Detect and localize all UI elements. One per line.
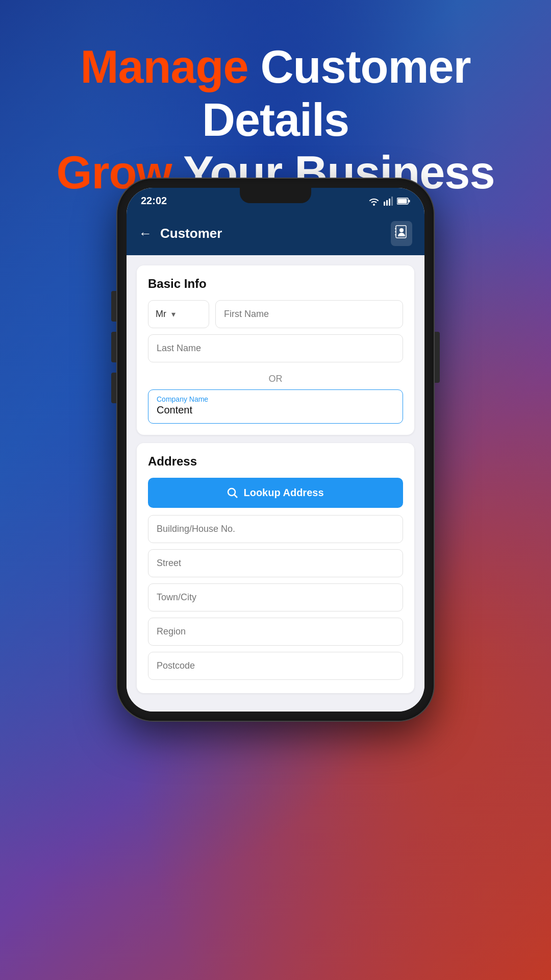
address-section: Address Lookup Address <box>137 443 414 693</box>
back-button[interactable]: ← <box>139 226 152 241</box>
street-input[interactable] <box>148 549 403 577</box>
chevron-down-icon: ▾ <box>171 309 176 319</box>
contacts-button[interactable] <box>391 221 412 246</box>
phone-notch <box>240 188 311 203</box>
name-row: Mr ▾ <box>148 300 403 328</box>
svg-rect-3 <box>391 197 393 206</box>
svg-point-12 <box>228 488 235 496</box>
company-name-label: Company Name <box>157 395 394 403</box>
status-time: 22:02 <box>141 195 167 207</box>
title-value: Mr <box>156 309 166 320</box>
app-bar: ← Customer <box>127 212 424 255</box>
battery-icon <box>397 198 410 205</box>
form-content: Basic Info Mr ▾ OR Company Name Content <box>127 255 424 712</box>
status-icons <box>368 197 410 206</box>
company-name-field[interactable]: Company Name Content <box>148 389 403 424</box>
first-name-input[interactable] <box>215 300 403 328</box>
svg-rect-6 <box>409 200 410 202</box>
company-name-value: Content <box>157 404 192 415</box>
title-select[interactable]: Mr ▾ <box>148 300 209 328</box>
lookup-address-button[interactable]: Lookup Address <box>148 478 403 508</box>
basic-info-section: Basic Info Mr ▾ OR Company Name Content <box>137 265 414 435</box>
signal-icon <box>384 197 393 206</box>
town-input[interactable] <box>148 583 403 611</box>
last-name-input[interactable] <box>148 334 403 362</box>
svg-rect-1 <box>386 200 388 206</box>
hero-section: Manage Customer Details Grow Your Busine… <box>26 41 525 200</box>
wifi-icon <box>368 197 380 206</box>
postcode-input[interactable] <box>148 652 403 680</box>
svg-rect-0 <box>384 202 385 206</box>
hero-line1-highlight: Manage <box>80 41 248 92</box>
search-icon <box>227 487 238 499</box>
phone-mockup: 22:02 <box>117 179 434 721</box>
building-input[interactable] <box>148 515 403 543</box>
region-input[interactable] <box>148 618 403 646</box>
or-divider: OR <box>148 374 403 384</box>
svg-line-13 <box>235 495 238 498</box>
address-title: Address <box>148 454 403 469</box>
app-title: Customer <box>160 226 222 241</box>
svg-rect-5 <box>398 199 407 203</box>
basic-info-title: Basic Info <box>148 277 403 291</box>
lookup-button-label: Lookup Address <box>243 487 323 499</box>
svg-point-8 <box>399 228 404 232</box>
svg-rect-2 <box>389 199 390 206</box>
